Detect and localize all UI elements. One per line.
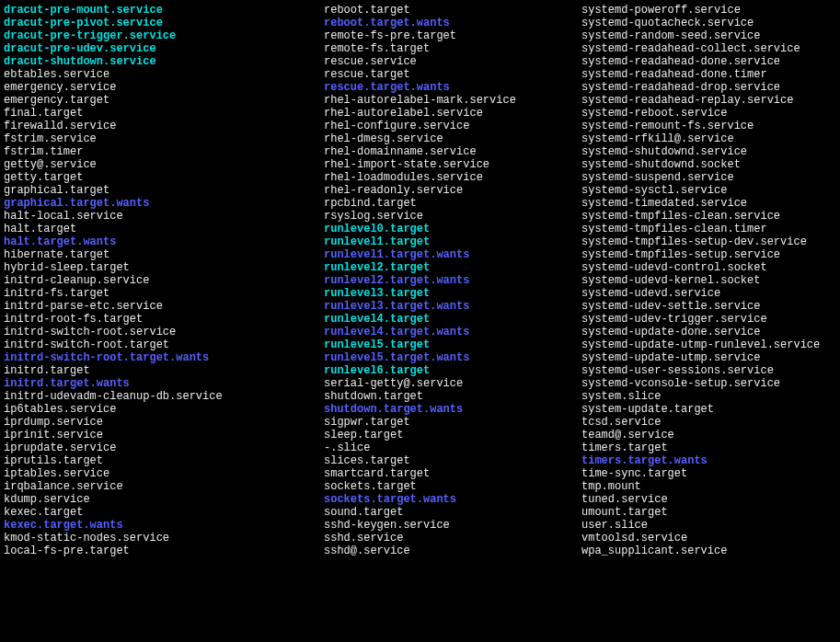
file-entry: user.slice	[581, 519, 648, 532]
file-entry: systemd-readahead-drop.service	[581, 81, 780, 94]
file-entry: systemd-remount-fs.service	[581, 120, 754, 132]
file-entry: dracut-shutdown.service	[4, 55, 324, 68]
file-entry: rescue.target	[324, 68, 581, 81]
file-entry: dracut-pre-mount.service	[4, 4, 324, 17]
file-entry: system-update.target	[581, 403, 714, 416]
file-entry: irqbalance.service	[4, 480, 324, 493]
file-entry: hibernate.target	[4, 248, 324, 261]
file-entry: initrd.target	[4, 364, 324, 377]
file-entry: systemd-tmpfiles-setup-dev.service	[581, 235, 807, 248]
file-entry: systemd-udev-settle.service	[581, 300, 760, 313]
file-entry: ebtables.service	[4, 68, 324, 81]
file-entry: tmp.mount	[581, 480, 641, 493]
file-entry: systemd-sysctl.service	[581, 184, 727, 197]
file-entry: sockets.target.wants	[324, 493, 581, 506]
listing-row: fstrim.timerrhel-domainname.servicesyste…	[4, 145, 836, 158]
file-entry: systemd-tmpfiles-clean.timer	[581, 223, 767, 235]
file-entry: rhel-autorelabel.service	[324, 107, 581, 120]
file-entry: systemd-tmpfiles-setup.service	[581, 248, 780, 261]
file-entry: initrd.target.wants	[4, 377, 324, 390]
file-entry: runlevel1.target.wants	[324, 248, 581, 261]
file-entry: smartcard.target	[324, 467, 581, 480]
file-entry: rhel-loadmodules.service	[324, 171, 581, 184]
listing-row: kexec.targetsound.targetumount.target	[4, 506, 836, 519]
file-entry: graphical.target	[4, 184, 324, 197]
listing-row: initrd-cleanup.servicerunlevel2.target.w…	[4, 274, 836, 287]
file-entry: initrd-switch-root.target	[4, 338, 324, 351]
listing-row: halt.targetrunlevel0.targetsystemd-tmpfi…	[4, 223, 836, 235]
file-entry: systemd-vconsole-setup.service	[581, 377, 780, 390]
file-entry: systemd-udev-trigger.service	[581, 313, 767, 326]
file-entry: systemd-readahead-replay.service	[581, 94, 793, 107]
file-entry: rhel-autorelabel-mark.service	[324, 94, 581, 107]
file-entry: emergency.service	[4, 81, 324, 94]
file-entry: runlevel4.target.wants	[324, 326, 581, 338]
file-entry: iprinit.service	[4, 429, 324, 441]
file-entry: getty.target	[4, 171, 324, 184]
file-entry: vmtoolsd.service	[581, 532, 687, 545]
file-entry: firewalld.service	[4, 120, 324, 132]
file-entry: getty@.service	[4, 158, 324, 171]
file-entry: rescue.service	[324, 55, 581, 68]
file-entry: systemd-shutdownd.service	[581, 145, 747, 158]
file-entry: wpa_supplicant.service	[581, 545, 727, 557]
listing-row: final.targetrhel-autorelabel.servicesyst…	[4, 107, 836, 120]
file-entry: runlevel5.target.wants	[324, 351, 581, 364]
listing-row: hybrid-sleep.targetrunlevel2.targetsyste…	[4, 261, 836, 274]
file-entry: rescue.target.wants	[324, 81, 581, 94]
listing-row: iprdump.servicesigpwr.targettcsd.service	[4, 416, 836, 429]
file-entry: systemd-rfkill@.service	[581, 132, 734, 145]
file-entry: fstrim.service	[4, 132, 324, 145]
listing-row: iprutils.targetslices.targettimers.targe…	[4, 454, 836, 467]
file-entry: initrd-udevadm-cleanup-db.service	[4, 390, 324, 403]
listing-row: kexec.target.wantssshd-keygen.serviceuse…	[4, 519, 836, 532]
listing-row: initrd-udevadm-cleanup-db.serviceshutdow…	[4, 390, 836, 403]
listing-row: iprupdate.service-.slicetimers.target	[4, 441, 836, 454]
file-entry: rhel-configure.service	[324, 120, 581, 132]
file-entry: kdump.service	[4, 493, 324, 506]
file-entry: hybrid-sleep.target	[4, 261, 324, 274]
listing-row: ebtables.servicerescue.targetsystemd-rea…	[4, 68, 836, 81]
listing-row: initrd.target.wantsserial-getty@.service…	[4, 377, 836, 390]
file-entry: sshd-keygen.service	[324, 519, 581, 532]
file-entry: systemd-tmpfiles-clean.service	[581, 210, 780, 223]
listing-row: firewalld.servicerhel-configure.services…	[4, 120, 836, 132]
file-entry: initrd-switch-root.target.wants	[4, 351, 324, 364]
file-entry: sigpwr.target	[324, 416, 581, 429]
file-entry: systemd-suspend.service	[581, 171, 734, 184]
file-entry: remote-fs-pre.target	[324, 29, 581, 42]
file-entry: kmod-static-nodes.service	[4, 532, 324, 545]
file-entry: sshd@.service	[324, 545, 581, 557]
file-entry: initrd-switch-root.service	[4, 326, 324, 338]
file-entry: umount.target	[581, 506, 668, 519]
file-entry: iprupdate.service	[4, 441, 324, 454]
file-entry: sockets.target	[324, 480, 581, 493]
file-entry: dracut-pre-udev.service	[4, 42, 324, 55]
file-entry: runlevel3.target	[324, 287, 581, 300]
listing-row: initrd-switch-root.targetrunlevel5.targe…	[4, 338, 836, 351]
listing-row: dracut-pre-pivot.servicereboot.target.wa…	[4, 17, 836, 29]
listing-row: graphical.targetrhel-readonly.servicesys…	[4, 184, 836, 197]
file-entry: systemd-poweroff.service	[581, 4, 741, 17]
file-entry: rsyslog.service	[324, 210, 581, 223]
file-entry: systemd-readahead-done.timer	[581, 68, 767, 81]
file-entry: rhel-domainname.service	[324, 145, 581, 158]
file-entry: halt-local.service	[4, 210, 324, 223]
file-entry: runlevel6.target	[324, 364, 581, 377]
file-entry: systemd-reboot.service	[581, 107, 727, 120]
file-entry: fstrim.timer	[4, 145, 324, 158]
listing-row: initrd-switch-root.target.wantsrunlevel5…	[4, 351, 836, 364]
terminal-output: dracut-pre-mount.servicereboot.targetsys…	[4, 4, 836, 557]
file-entry: tcsd.service	[581, 416, 661, 429]
file-entry: local-fs-pre.target	[4, 545, 324, 557]
listing-row: iptables.servicesmartcard.targettime-syn…	[4, 467, 836, 480]
listing-row: local-fs-pre.targetsshd@.servicewpa_supp…	[4, 545, 836, 557]
listing-row: initrd-root-fs.targetrunlevel4.targetsys…	[4, 313, 836, 326]
file-entry: systemd-quotacheck.service	[581, 17, 754, 29]
listing-row: halt-local.servicersyslog.servicesystemd…	[4, 210, 836, 223]
file-entry: runlevel5.target	[324, 338, 581, 351]
file-entry: -.slice	[324, 441, 581, 454]
file-entry: runlevel4.target	[324, 313, 581, 326]
file-entry: tuned.service	[581, 493, 668, 506]
listing-row: irqbalance.servicesockets.targettmp.moun…	[4, 480, 836, 493]
